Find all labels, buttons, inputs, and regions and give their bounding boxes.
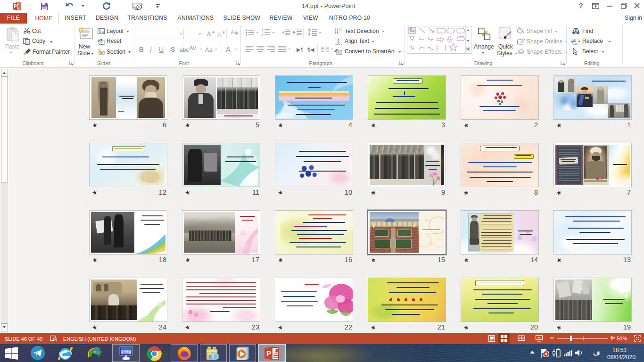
svg-text:P: P xyxy=(266,349,271,357)
svg-text:P: P xyxy=(14,4,17,9)
svg-text:ac: ac xyxy=(573,41,578,45)
svg-text:A: A xyxy=(410,28,412,31)
svg-text:3: 3 xyxy=(262,33,263,36)
svg-text:A: A xyxy=(339,27,342,32)
